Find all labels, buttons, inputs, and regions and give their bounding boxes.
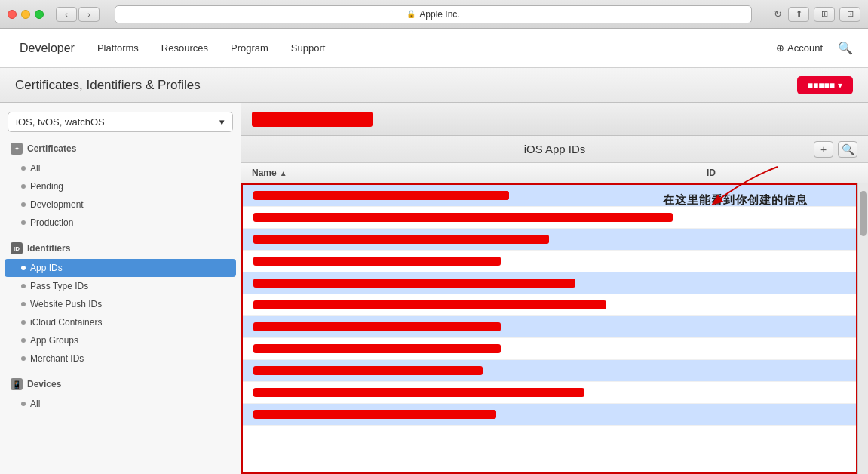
titlebar-right: ⬆ ⊞ ⊡: [788, 7, 860, 22]
sidebar-section-certificates: ✦ Certificates All Pending Development P…: [0, 138, 241, 232]
brand-name: Developer: [20, 42, 75, 55]
sidebar-section-devices: 📱 Devices All: [0, 374, 241, 413]
search-button[interactable]: 🔍: [838, 141, 857, 158]
main-layout: iOS, tvOS, watchOS ▾ ✦ Certificates All …: [0, 103, 868, 474]
sidebar-item-label: Merchant IDs: [30, 353, 84, 364]
redacted-name: [253, 410, 496, 419]
sidebar-section-identifiers: ID Identifiers App IDs Pass Type IDs Web…: [0, 238, 241, 368]
sidebar-item-app-groups[interactable]: App Groups: [0, 331, 241, 349]
bullet-icon: [21, 302, 26, 306]
scrollbar-track[interactable]: [857, 183, 868, 474]
lock-icon: 🔒: [406, 10, 416, 18]
navbar-right: ⊕ Account 🔍: [776, 41, 853, 55]
platform-dropdown[interactable]: iOS, tvOS, watchOS ▾: [8, 112, 233, 132]
header-btn-label: ■■■■■: [808, 80, 835, 91]
bullet-icon: [21, 402, 26, 406]
bullet-icon: [21, 284, 26, 288]
table-row[interactable]: [243, 294, 856, 316]
table-row[interactable]: [243, 360, 856, 382]
profile-button[interactable]: ■■■■■ ▾: [797, 76, 853, 94]
table-row[interactable]: [243, 272, 856, 294]
table-cell-name: [253, 388, 695, 397]
account-label: Account: [787, 42, 823, 54]
sidebar-item-label: All: [30, 399, 40, 409]
table-cell-name: [253, 410, 695, 419]
search-icon[interactable]: 🔍: [838, 41, 853, 55]
sidebar-item-label: Pending: [30, 181, 63, 192]
sidebar-item-merchant-ids[interactable]: Merchant IDs: [0, 349, 241, 368]
platform-dropdown-label: iOS, tvOS, watchOS: [16, 116, 105, 128]
content-actions: + 🔍: [814, 141, 857, 158]
table-row[interactable]: [243, 207, 856, 229]
redacted-name: [253, 300, 606, 309]
nav-link-platforms[interactable]: Platforms: [97, 42, 139, 54]
table-body: [241, 183, 857, 474]
url-bar[interactable]: 🔒 Apple Inc.: [115, 5, 752, 23]
sidebar-toggle-button[interactable]: ⊡: [839, 7, 860, 22]
content-title: iOS App IDs: [524, 143, 586, 155]
certificates-section-title: Certificates: [27, 143, 76, 154]
bullet-icon: [21, 184, 26, 189]
table-row[interactable]: [243, 185, 856, 207]
bullet-icon: [21, 202, 26, 207]
table-row[interactable]: [243, 338, 856, 360]
sidebar-item-pass-type-ids[interactable]: Pass Type IDs: [0, 277, 241, 295]
sidebar-item-app-ids[interactable]: App IDs: [5, 259, 236, 277]
bullet-icon: [21, 166, 26, 171]
nav-link-support[interactable]: Support: [291, 42, 326, 54]
header-btn-arrow: ▾: [838, 80, 842, 91]
content-toolbar: [241, 103, 868, 136]
column-name-header[interactable]: Name ▲: [252, 168, 707, 178]
nav-arrows: ‹ ›: [56, 7, 100, 22]
share-button[interactable]: ⬆: [788, 7, 809, 22]
column-id-label: ID: [707, 168, 716, 178]
table-cell-name: [253, 279, 695, 288]
minimize-button[interactable]: [21, 10, 30, 19]
back-button[interactable]: ‹: [56, 7, 77, 22]
devices-section-header: 📱 Devices: [0, 374, 241, 395]
scrollbar-thumb[interactable]: [860, 191, 867, 236]
sidebar-item-all-certs[interactable]: All: [0, 159, 241, 177]
table-row[interactable]: [243, 251, 856, 272]
redacted-name: [253, 344, 501, 353]
reload-button[interactable]: ↻: [767, 7, 788, 22]
sidebar-item-label: iCloud Containers: [30, 317, 102, 328]
table-cell-name: [253, 257, 695, 266]
content-area: iOS App IDs + 🔍 Name ▲ ID: [241, 103, 868, 474]
table-row[interactable]: [243, 382, 856, 404]
sidebar-item-label: Development: [30, 199, 84, 210]
page-title: Certificates, Identifiers & Profiles: [15, 78, 797, 93]
table-cell-name: [253, 300, 695, 309]
nav-link-program[interactable]: Program: [231, 42, 268, 54]
chevron-down-icon: ▾: [219, 116, 225, 128]
devices-icon: 📱: [11, 378, 23, 390]
toolbar-filter-redacted: [252, 112, 373, 127]
maximize-button[interactable]: [35, 10, 44, 19]
account-link[interactable]: ⊕ Account: [776, 42, 823, 54]
sidebar-item-pending[interactable]: Pending: [0, 177, 241, 195]
traffic-lights: [8, 10, 44, 19]
identifiers-icon: ID: [11, 242, 23, 254]
sidebar-item-label: Production: [30, 217, 73, 228]
forward-button[interactable]: ›: [78, 7, 100, 22]
redacted-name: [253, 213, 673, 222]
table-row[interactable]: [243, 404, 856, 426]
redacted-name: [253, 235, 549, 244]
sidebar-item-production[interactable]: Production: [0, 214, 241, 232]
sidebar-item-website-push-ids[interactable]: Website Push IDs: [0, 295, 241, 313]
sidebar-item-label: App IDs: [30, 263, 63, 273]
sidebar-item-icloud-containers[interactable]: iCloud Containers: [0, 313, 241, 331]
table-row[interactable]: [243, 229, 856, 251]
sidebar-item-all-devices[interactable]: All: [0, 395, 241, 413]
table-cell-name: [253, 191, 695, 200]
nav-link-resources[interactable]: Resources: [161, 42, 208, 54]
close-button[interactable]: [8, 10, 17, 19]
new-tab-button[interactable]: ⊞: [814, 7, 835, 22]
table-cell-name: [253, 322, 695, 331]
page-header: Certificates, Identifiers & Profiles ■■■…: [0, 68, 868, 103]
table-row[interactable]: [243, 316, 856, 338]
add-button[interactable]: +: [814, 141, 833, 158]
sidebar-item-development[interactable]: Development: [0, 195, 241, 214]
bullet-icon: [21, 356, 26, 361]
column-id-header[interactable]: ID: [707, 168, 857, 178]
